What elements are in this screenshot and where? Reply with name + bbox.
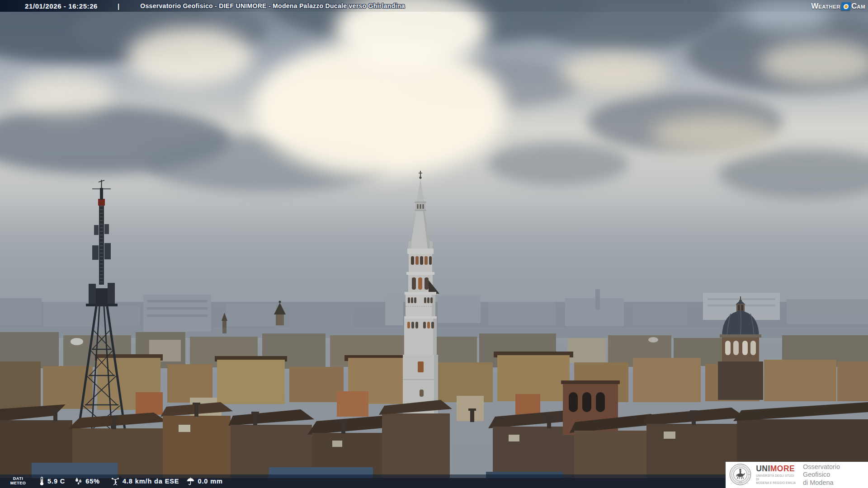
- weathercam-cam-text: CAM: [851, 2, 865, 11]
- wind-metric: 4.8 km/h da ESE: [111, 477, 179, 486]
- dati-meteo-label: DATI METEO: [8, 477, 28, 486]
- anemometer-icon: [111, 477, 120, 486]
- umbrella-icon: [186, 477, 195, 486]
- separator: |: [118, 2, 119, 10]
- rain-value: 0.0 mm: [198, 478, 222, 485]
- thermometer-icon: [39, 477, 45, 486]
- unimore-acronym: UNIMORE: [756, 465, 797, 473]
- temperature-metric: 5.9 C: [39, 477, 65, 486]
- ghirlandina-tower: [403, 171, 439, 416]
- cam-rest: AM: [857, 4, 865, 9]
- observatory-line2: di Modena: [803, 479, 868, 487]
- lens-circle: [843, 4, 849, 9]
- university-line2: MODENA E REGGIO EMILIA: [756, 481, 797, 485]
- seal-year: 1175: [739, 482, 742, 483]
- weathercam-weather-text: WEATHER: [811, 2, 840, 11]
- cam-initial: C: [851, 2, 857, 11]
- unimore-seal-icon: 1175: [729, 463, 751, 487]
- unimore-branding[interactable]: 1175 UNIMORE UNIVERSITÀ DEGLI STUDI DI M…: [726, 462, 868, 488]
- humidity-icon: [74, 477, 83, 485]
- page-title: Osservatorio Geofisico - DIEF UNIMORE - …: [140, 2, 405, 9]
- camera-lens-icon: [841, 2, 851, 10]
- weather-initial: W: [811, 2, 818, 11]
- top-overlay-bar: 21/01/2026 - 16:25:26 | Osservatorio Geo…: [0, 0, 868, 12]
- observatory-line1: Osservatorio Geofisico: [803, 463, 868, 479]
- wind-value: 4.8 km/h da ESE: [123, 478, 179, 485]
- weathercam-logo[interactable]: WEATHER CAM: [811, 1, 865, 11]
- temperature-value: 5.9 C: [47, 478, 65, 485]
- acronym-uni: UNI: [756, 464, 770, 473]
- acronym-more: MORE: [770, 464, 795, 473]
- unimore-wordmark: UNIMORE UNIVERSITÀ DEGLI STUDI DI MODENA…: [756, 465, 797, 484]
- observatory-name: Osservatorio Geofisico di Modena: [803, 463, 868, 486]
- cityscape: [0, 0, 868, 488]
- humidity-metric: 65%: [74, 477, 100, 485]
- webcam-viewport: 21/01/2026 - 16:25:26 | Osservatorio Geo…: [0, 0, 868, 488]
- timestamp: 21/01/2026 - 16:25:26: [25, 2, 98, 10]
- university-line1: UNIVERSITÀ DEGLI STUDI DI: [756, 474, 797, 481]
- rain-metric: 0.0 mm: [186, 477, 222, 486]
- university-name: UNIVERSITÀ DEGLI STUDI DI MODENA E REGGI…: [756, 474, 797, 485]
- weather-rest: EATHER: [818, 4, 840, 9]
- meteo-line: METEO: [8, 481, 28, 486]
- humidity-value: 65%: [85, 478, 100, 485]
